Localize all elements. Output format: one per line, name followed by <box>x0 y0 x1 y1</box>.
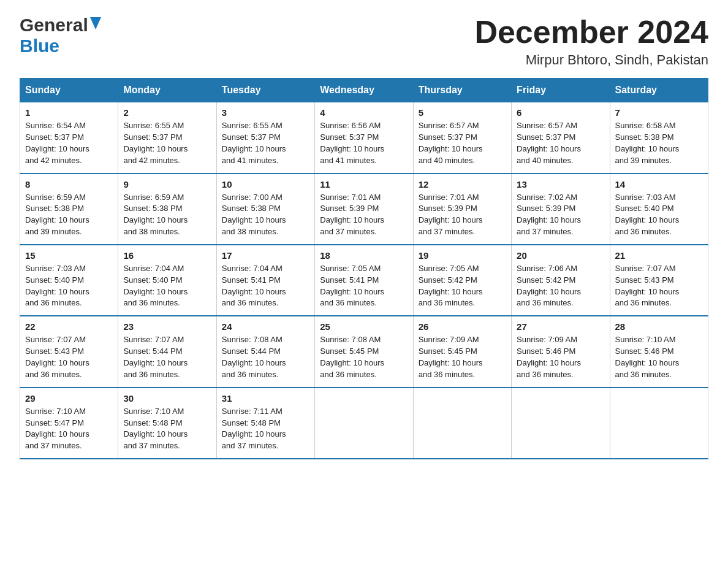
day-info: Sunrise: 7:08 AM Sunset: 5:44 PM Dayligh… <box>222 334 309 380</box>
day-number: 17 <box>222 250 309 261</box>
day-number: 25 <box>320 321 408 332</box>
day-number: 6 <box>517 107 604 118</box>
logo: General Blue <box>20 15 101 56</box>
day-info: Sunrise: 7:04 AM Sunset: 5:41 PM Dayligh… <box>222 263 309 309</box>
day-number: 20 <box>517 250 604 261</box>
calendar-cell: 25 Sunrise: 7:08 AM Sunset: 5:45 PM Dayl… <box>315 316 413 387</box>
day-info: Sunrise: 7:07 AM Sunset: 5:44 PM Dayligh… <box>123 334 211 380</box>
day-info: Sunrise: 6:59 AM Sunset: 5:38 PM Dayligh… <box>25 192 113 238</box>
calendar-cell: 3 Sunrise: 6:55 AM Sunset: 5:37 PM Dayli… <box>216 102 314 174</box>
day-number: 27 <box>517 321 604 332</box>
calendar-cell: 6 Sunrise: 6:57 AM Sunset: 5:37 PM Dayli… <box>512 102 610 174</box>
calendar-body: 1 Sunrise: 6:54 AM Sunset: 5:37 PM Dayli… <box>20 102 708 459</box>
day-number: 3 <box>222 107 309 118</box>
day-info: Sunrise: 7:10 AM Sunset: 5:47 PM Dayligh… <box>25 406 113 452</box>
col-monday: Monday <box>118 79 216 102</box>
day-info: Sunrise: 7:03 AM Sunset: 5:40 PM Dayligh… <box>25 263 113 309</box>
day-number: 2 <box>123 107 211 118</box>
calendar-cell: 27 Sunrise: 7:09 AM Sunset: 5:46 PM Dayl… <box>512 316 610 387</box>
col-sunday: Sunday <box>20 79 118 102</box>
calendar-cell: 1 Sunrise: 6:54 AM Sunset: 5:37 PM Dayli… <box>20 102 118 174</box>
title-block: December 2024 Mirpur Bhtoro, Sindh, Paki… <box>474 15 708 68</box>
calendar-week-row: 15 Sunrise: 7:03 AM Sunset: 5:40 PM Dayl… <box>20 245 708 316</box>
day-number: 31 <box>222 393 309 404</box>
day-number: 11 <box>320 179 408 190</box>
day-number: 21 <box>615 250 703 261</box>
day-number: 16 <box>123 250 211 261</box>
calendar-cell <box>610 388 708 459</box>
day-info: Sunrise: 7:00 AM Sunset: 5:38 PM Dayligh… <box>222 192 309 238</box>
day-info: Sunrise: 6:55 AM Sunset: 5:37 PM Dayligh… <box>222 120 309 166</box>
day-number: 19 <box>419 250 506 261</box>
logo-blue-text: Blue <box>20 36 59 56</box>
calendar-cell: 22 Sunrise: 7:07 AM Sunset: 5:43 PM Dayl… <box>20 316 118 387</box>
calendar-cell: 7 Sunrise: 6:58 AM Sunset: 5:38 PM Dayli… <box>610 102 708 174</box>
day-number: 1 <box>25 107 113 118</box>
day-number: 26 <box>419 321 506 332</box>
day-info: Sunrise: 6:54 AM Sunset: 5:37 PM Dayligh… <box>25 120 113 166</box>
calendar-cell: 5 Sunrise: 6:57 AM Sunset: 5:37 PM Dayli… <box>413 102 511 174</box>
calendar-week-row: 8 Sunrise: 6:59 AM Sunset: 5:38 PM Dayli… <box>20 174 708 245</box>
calendar-cell: 4 Sunrise: 6:56 AM Sunset: 5:37 PM Dayli… <box>315 102 413 174</box>
calendar-cell: 16 Sunrise: 7:04 AM Sunset: 5:40 PM Dayl… <box>118 245 216 316</box>
calendar-cell: 12 Sunrise: 7:01 AM Sunset: 5:39 PM Dayl… <box>413 174 511 245</box>
col-tuesday: Tuesday <box>216 79 314 102</box>
day-info: Sunrise: 7:10 AM Sunset: 5:46 PM Dayligh… <box>615 334 703 380</box>
calendar-table: Sunday Monday Tuesday Wednesday Thursday… <box>20 78 708 459</box>
day-info: Sunrise: 6:56 AM Sunset: 5:37 PM Dayligh… <box>320 120 408 166</box>
day-info: Sunrise: 7:04 AM Sunset: 5:40 PM Dayligh… <box>123 263 211 309</box>
day-info: Sunrise: 6:57 AM Sunset: 5:37 PM Dayligh… <box>419 120 506 166</box>
day-info: Sunrise: 7:09 AM Sunset: 5:45 PM Dayligh… <box>419 334 506 380</box>
calendar-cell: 9 Sunrise: 6:59 AM Sunset: 5:38 PM Dayli… <box>118 174 216 245</box>
day-number: 10 <box>222 179 309 190</box>
day-number: 30 <box>123 393 211 404</box>
day-info: Sunrise: 7:11 AM Sunset: 5:48 PM Dayligh… <box>222 406 309 452</box>
day-info: Sunrise: 7:05 AM Sunset: 5:42 PM Dayligh… <box>419 263 506 309</box>
day-number: 4 <box>320 107 408 118</box>
day-info: Sunrise: 7:07 AM Sunset: 5:43 PM Dayligh… <box>25 334 113 380</box>
page-header: General Blue December 2024 Mirpur Bhtoro… <box>20 15 708 68</box>
day-info: Sunrise: 7:01 AM Sunset: 5:39 PM Dayligh… <box>320 192 408 238</box>
calendar-week-row: 1 Sunrise: 6:54 AM Sunset: 5:37 PM Dayli… <box>20 102 708 174</box>
day-number: 8 <box>25 179 113 190</box>
calendar-cell: 29 Sunrise: 7:10 AM Sunset: 5:47 PM Dayl… <box>20 388 118 459</box>
logo-triangle-icon <box>90 17 101 32</box>
calendar-cell: 2 Sunrise: 6:55 AM Sunset: 5:37 PM Dayli… <box>118 102 216 174</box>
day-number: 9 <box>123 179 211 190</box>
calendar-cell: 24 Sunrise: 7:08 AM Sunset: 5:44 PM Dayl… <box>216 316 314 387</box>
col-saturday: Saturday <box>610 79 708 102</box>
day-number: 29 <box>25 393 113 404</box>
col-friday: Friday <box>512 79 610 102</box>
day-number: 7 <box>615 107 703 118</box>
day-info: Sunrise: 6:55 AM Sunset: 5:37 PM Dayligh… <box>123 120 211 166</box>
location-subtitle: Mirpur Bhtoro, Sindh, Pakistan <box>474 52 708 68</box>
day-info: Sunrise: 7:08 AM Sunset: 5:45 PM Dayligh… <box>320 334 408 380</box>
day-info: Sunrise: 7:02 AM Sunset: 5:39 PM Dayligh… <box>517 192 604 238</box>
calendar-header-row: Sunday Monday Tuesday Wednesday Thursday… <box>20 79 708 102</box>
day-info: Sunrise: 6:57 AM Sunset: 5:37 PM Dayligh… <box>517 120 604 166</box>
calendar-cell: 13 Sunrise: 7:02 AM Sunset: 5:39 PM Dayl… <box>512 174 610 245</box>
calendar-cell <box>315 388 413 459</box>
calendar-week-row: 29 Sunrise: 7:10 AM Sunset: 5:47 PM Dayl… <box>20 388 708 459</box>
col-thursday: Thursday <box>413 79 511 102</box>
calendar-cell: 17 Sunrise: 7:04 AM Sunset: 5:41 PM Dayl… <box>216 245 314 316</box>
day-number: 13 <box>517 179 604 190</box>
day-info: Sunrise: 7:10 AM Sunset: 5:48 PM Dayligh… <box>123 406 211 452</box>
calendar-cell: 8 Sunrise: 6:59 AM Sunset: 5:38 PM Dayli… <box>20 174 118 245</box>
day-info: Sunrise: 7:03 AM Sunset: 5:40 PM Dayligh… <box>615 192 703 238</box>
calendar-cell: 20 Sunrise: 7:06 AM Sunset: 5:42 PM Dayl… <box>512 245 610 316</box>
day-info: Sunrise: 7:05 AM Sunset: 5:41 PM Dayligh… <box>320 263 408 309</box>
logo-general-text: General <box>20 15 88 36</box>
calendar-cell: 31 Sunrise: 7:11 AM Sunset: 5:48 PM Dayl… <box>216 388 314 459</box>
calendar-cell: 11 Sunrise: 7:01 AM Sunset: 5:39 PM Dayl… <box>315 174 413 245</box>
day-number: 22 <box>25 321 113 332</box>
calendar-cell: 14 Sunrise: 7:03 AM Sunset: 5:40 PM Dayl… <box>610 174 708 245</box>
calendar-cell: 23 Sunrise: 7:07 AM Sunset: 5:44 PM Dayl… <box>118 316 216 387</box>
col-wednesday: Wednesday <box>315 79 413 102</box>
day-number: 12 <box>419 179 506 190</box>
day-info: Sunrise: 7:01 AM Sunset: 5:39 PM Dayligh… <box>419 192 506 238</box>
calendar-cell: 18 Sunrise: 7:05 AM Sunset: 5:41 PM Dayl… <box>315 245 413 316</box>
calendar-cell: 21 Sunrise: 7:07 AM Sunset: 5:43 PM Dayl… <box>610 245 708 316</box>
calendar-week-row: 22 Sunrise: 7:07 AM Sunset: 5:43 PM Dayl… <box>20 316 708 387</box>
day-number: 5 <box>419 107 506 118</box>
